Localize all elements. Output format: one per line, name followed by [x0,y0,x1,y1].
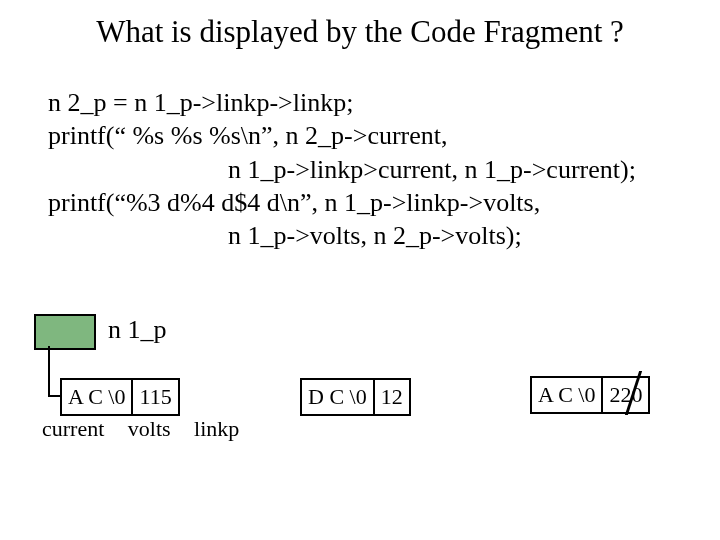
code-line-3-text: n 1_p->linkp>current, n 1_p->current); [48,153,636,186]
code-line-5-text: n 1_p->volts, n 2_p->volts); [48,219,522,252]
label-current: current [42,416,104,441]
node-1-current: A C \0 [62,380,131,414]
code-line-4: printf(“%3 d%4 d$4 d\n”, n 1_p->linkp->v… [48,186,688,219]
slide-title: What is displayed by the Code Fragment ? [0,14,720,50]
code-fragment: n 2_p = n 1_p->linkp->linkp; printf(“ %s… [48,86,688,252]
code-line-3: n 1_p->linkp>current, n 1_p->current); [48,153,688,186]
node-2: D C \0 12 [300,378,411,416]
label-linkp: linkp [194,416,239,441]
node-3-current: A C \0 [532,378,601,412]
node-1-volts: 115 [133,380,177,414]
pointer-box [34,314,96,350]
label-volts: volts [128,416,171,441]
node-3: A C \0 220 [530,376,650,414]
node-3-volts: 220 [603,378,648,412]
pointer-line-vertical [48,346,50,396]
pointer-line-horizontal [48,395,60,397]
code-line-1: n 2_p = n 1_p->linkp->linkp; [48,86,688,119]
code-line-5: n 1_p->volts, n 2_p->volts); [48,219,688,252]
node-2-volts: 12 [375,380,409,414]
field-labels: current volts linkp [42,416,257,442]
pointer-label: n 1_p [108,315,167,345]
node-1: A C \0 115 [60,378,180,416]
slide: What is displayed by the Code Fragment ?… [0,0,720,540]
node-2-current: D C \0 [302,380,373,414]
code-line-2: printf(“ %s %s %s\n”, n 2_p->current, [48,119,688,152]
